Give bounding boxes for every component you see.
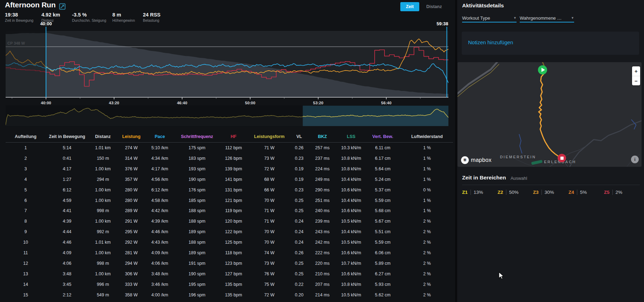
table-cell: 185 spm — [174, 198, 220, 203]
add-notes-link[interactable]: Notizen hinzufügen — [468, 39, 513, 45]
panel-title: Aktivitätsdetails — [462, 2, 504, 9]
mapbox-logo[interactable]: ✳ mapbox — [461, 156, 492, 164]
table-cell: 6:12 — [46, 188, 88, 192]
table-cell: 3:45 — [46, 282, 88, 287]
table-cell: 280 W — [117, 188, 145, 192]
table-cell: 4:43 /km — [145, 240, 174, 245]
table-row[interactable]: 143:45996 m333 W3:46 /km195 spm135 bpm75… — [6, 279, 453, 290]
column-header[interactable]: VL — [291, 134, 307, 139]
svg-text:50:00: 50:00 — [245, 101, 255, 105]
zones-mode-selector[interactable]: Auswahl — [511, 176, 527, 181]
table-cell: 191 spm — [174, 261, 220, 266]
column-header[interactable]: HF — [220, 134, 247, 139]
table-cell: 289 W — [117, 208, 145, 213]
table-cell: 5:10 /km — [145, 145, 174, 150]
table-row[interactable]: 56:121.00 km280 W6:12 /km176 spm131 bpm6… — [6, 185, 453, 195]
chevron-down-icon: ▼ — [513, 16, 517, 20]
table-cell: 71 W — [247, 208, 291, 213]
page-title: Afternoon Run — [5, 1, 55, 9]
zoom-out-button[interactable]: − — [632, 76, 640, 85]
table-cell: 14 — [6, 282, 46, 287]
table-cell: 0.26 — [291, 250, 307, 255]
table-cell: 10.8 kN/m — [338, 156, 364, 161]
chart-brush-minimap[interactable] — [6, 105, 448, 126]
table-row[interactable]: 94:44992 m295 W4:46 /km189 spm122 bpm70 … — [6, 226, 453, 237]
table-cell: 13 — [6, 271, 46, 276]
column-header[interactable]: Pace — [145, 134, 174, 139]
table-cell: 1 % — [401, 166, 453, 171]
table-cell: 10.8 kN/m — [338, 166, 364, 171]
table-row[interactable]: 34:171.00 km376 W4:17 /km193 spm139 bpm7… — [6, 164, 453, 174]
table-cell: 3 — [6, 166, 46, 171]
table-cell: 8 — [6, 219, 46, 224]
table-row[interactable]: 15:141.01 km274 W5:10 /km175 spm112 bpm7… — [6, 143, 453, 153]
table-cell: 210 ms — [307, 271, 338, 276]
toggle-distanz-button[interactable]: Distanz — [426, 2, 442, 11]
toggle-zeit-button[interactable]: Zeit — [400, 2, 419, 11]
table-cell: 0.25 — [291, 271, 307, 276]
map-place-label: DIEMERSTEIN — [500, 155, 536, 159]
zone-item-z3: Z330% — [533, 190, 554, 195]
table-cell: 6.06 cm — [364, 250, 401, 255]
table-cell: 2 % — [401, 240, 453, 245]
column-header[interactable]: Zeit in Bewegung — [46, 134, 88, 139]
column-header[interactable]: Distanz — [88, 134, 117, 139]
table-cell: 135 bpm — [220, 282, 247, 287]
column-header[interactable]: Vert. Bew. — [364, 134, 401, 139]
table-cell: 998 m — [88, 261, 117, 266]
route-map[interactable]: DIEMERSTEIN ERLENBACH + − ✳ mapbox i — [458, 62, 642, 167]
perceived-effort-label: Wahrgenommene … — [520, 15, 561, 21]
table-row[interactable]: 41:27294 m357 W4:56 /km190 spm141 bpm68 … — [6, 174, 453, 185]
table-row[interactable]: 124:06998 m294 W4:06 /km191 spm123 bpm73… — [6, 258, 453, 269]
column-header[interactable]: Aufteilung — [6, 134, 46, 139]
column-header[interactable]: BKZ — [307, 134, 338, 139]
edit-activity-button[interactable] — [59, 3, 66, 10]
table-cell: 222 ms — [307, 250, 338, 255]
table-row[interactable]: 152:12549 m358 W4:00 /km196 spm135 bpm72… — [6, 290, 453, 300]
column-header[interactable]: Leistungsform — [247, 134, 291, 139]
table-row[interactable]: 104:461.01 km292 W4:43 /km188 spm125 bpm… — [6, 237, 453, 248]
stat-value: -3.5 % — [72, 12, 106, 18]
table-cell: 4:39 /km — [145, 219, 174, 224]
table-cell: 68 W — [247, 177, 291, 182]
table-cell: 141 bpm — [220, 177, 247, 182]
table-row[interactable]: 133:481.00 km306 W3:48 /km190 spm127 bpm… — [6, 269, 453, 279]
column-header[interactable]: Leistung — [117, 134, 145, 139]
table-cell: 126 bpm — [220, 156, 247, 161]
workout-type-dropdown[interactable]: Workout Type ▼ — [462, 14, 517, 22]
table-row[interactable]: 20:41150 m314 W4:34 /km183 spm126 bpm73 … — [6, 153, 453, 164]
table-cell: 1.01 km — [88, 240, 117, 245]
notes-card[interactable]: Notizen hinzufügen — [462, 32, 639, 55]
column-header[interactable]: Schrittfrequenz — [174, 134, 220, 139]
zones-title: Zeit in Bereichen — [462, 175, 506, 181]
table-cell: 10.5 kN/m — [338, 219, 364, 224]
table-cell: 0.19 — [291, 177, 307, 182]
svg-text:40:00: 40:00 — [40, 22, 52, 26]
perceived-effort-dropdown[interactable]: Wahrgenommene … ▼ — [520, 14, 574, 22]
table-cell: 4:17 — [46, 166, 88, 171]
table-cell: 4:59 — [46, 198, 88, 203]
table-cell: 196 spm — [174, 293, 220, 297]
table-cell: 73 W — [247, 156, 291, 161]
table-cell: 6.11 cm — [364, 145, 401, 150]
table-cell: 71 W — [247, 219, 291, 224]
table-row[interactable]: 64:591.00 km280 W4:58 /km185 spm121 bpm7… — [6, 195, 453, 206]
table-cell: 5.67 cm — [364, 219, 401, 224]
table-cell: 131 bpm — [220, 188, 247, 192]
zone-item-z2: Z250% — [498, 190, 519, 195]
column-header[interactable]: LSS — [338, 134, 364, 139]
table-row[interactable]: 74:41998 m289 W4:42 /km188 spm119 bpm71 … — [6, 206, 453, 216]
table-row[interactable]: 114:091.00 km281 W4:09 /km189 spm118 bpm… — [6, 248, 453, 258]
table-cell: 1.00 km — [88, 219, 117, 224]
zoom-in-button[interactable]: + — [632, 66, 640, 76]
table-cell: 7 — [6, 208, 46, 213]
stat-value: 24 RSS — [143, 12, 160, 18]
stat-2: -3.5 %Durchschn. Steigung — [72, 12, 106, 22]
table-cell: 183 spm — [174, 156, 220, 161]
main-activity-chart[interactable]: CP 348 W40:0043:2046:4050:0053:2056:4040… — [6, 22, 448, 106]
table-cell: 9 — [6, 229, 46, 234]
table-row[interactable]: 84:391.00 km291 W4:39 /km188 spm120 bpm7… — [6, 216, 453, 226]
map-info-button[interactable]: i — [631, 156, 639, 163]
column-header[interactable]: Luftwiderstand — [401, 134, 453, 139]
svg-text:56:40: 56:40 — [381, 101, 391, 105]
